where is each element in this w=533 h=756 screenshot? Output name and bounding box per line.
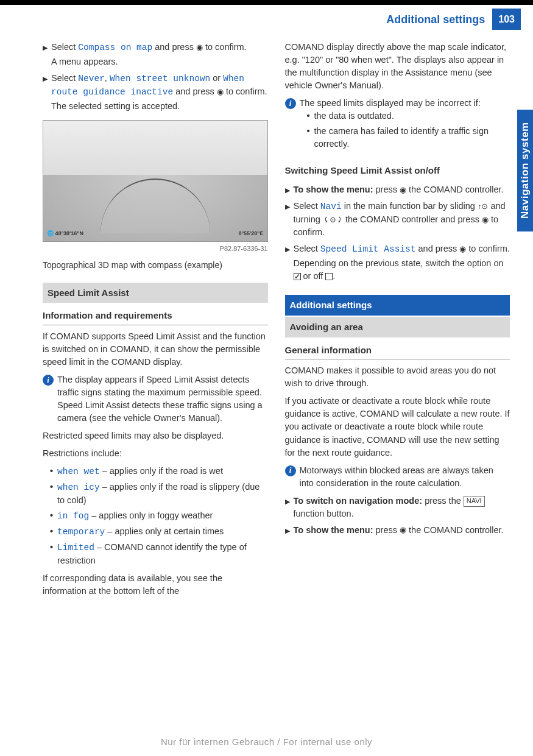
press-icon: ◉ <box>459 244 466 255</box>
step-text: Select Navi in the main function bar by … <box>294 200 510 239</box>
press-icon: ◉ <box>482 214 489 226</box>
list-item: the camera has failed to identify a traf… <box>307 125 510 150</box>
list-item: the data is outdated. <box>307 110 510 122</box>
body-text: COMAND display directly above the map sc… <box>285 41 510 92</box>
right-column: COMAND display directly above the map sc… <box>285 41 510 602</box>
page-number: 103 <box>492 9 521 30</box>
header-title: Additional settings <box>386 12 485 27</box>
step-marker-icon: ▶ <box>285 524 294 538</box>
checkbox-off-icon <box>325 273 333 280</box>
heading-additional-settings: Additional settings <box>285 295 510 316</box>
step-select-sla: ▶ Select Speed Limit Assist and press ◉ … <box>285 242 510 284</box>
press-icon: ◉ <box>217 87 224 98</box>
info-icon: i <box>43 375 54 386</box>
step-result: The selected setting is accepted. <box>51 100 268 113</box>
side-tab: Navigation system <box>517 110 533 231</box>
step-select-frequency: ▶ Select Never, When street unknown or W… <box>43 72 268 114</box>
step-result: Depending on the previous state, switch … <box>294 257 510 283</box>
fig-coord-right: 8°55'28"E <box>238 230 263 238</box>
info-note: i The display appears if Speed Limit Ass… <box>43 373 268 425</box>
body-text: If corresponding data is available, you … <box>43 572 268 598</box>
step-text: To show the menu: press ◉ the COMAND con… <box>294 183 510 196</box>
step-text: To show the menu: press ◉ the COMAND con… <box>294 524 510 537</box>
ui-limited: Limited <box>57 543 94 553</box>
list-item: when wet – applies only if the road is w… <box>50 465 268 478</box>
info-text: The display appears if Speed Limit Assis… <box>57 373 268 425</box>
step-marker-icon: ▶ <box>43 41 51 69</box>
press-icon: ◉ <box>196 42 203 54</box>
press-icon: ◉ <box>400 525 406 536</box>
list-item: temporary – applies only at certain time… <box>50 525 268 539</box>
body-text: Restrictions include: <box>43 447 268 460</box>
figure-id: P82.87-6336-31 <box>43 244 268 254</box>
heading-info-requirements: Information and requirements <box>43 309 268 325</box>
ui-when-street-unknown: When street unknown <box>110 74 210 83</box>
ui-speed-limit-assist: Speed Limit Assist <box>320 244 416 254</box>
heading-general-info: General information <box>285 344 510 360</box>
step-marker-icon: ▶ <box>285 495 294 521</box>
ui-when-wet: when wet <box>57 467 100 476</box>
step-compass-on-map: ▶ Select Compass on map and press ◉ to c… <box>43 41 268 69</box>
step-show-menu-2: ▶ To show the menu: press ◉ the COMAND c… <box>285 524 510 538</box>
info-icon: i <box>285 98 296 109</box>
body-text: COMAND makes it possible to avoid areas … <box>285 364 510 390</box>
step-text: To switch on navigation mode: press the … <box>294 495 510 520</box>
left-column: ▶ Select Compass on map and press ◉ to c… <box>43 41 268 602</box>
list-item: when icy – applies only if the road is s… <box>50 481 268 507</box>
step-select-navi: ▶ Select Navi in the main function bar b… <box>285 200 510 240</box>
step-text: Select Speed Limit Assist and press ◉ to… <box>294 242 510 256</box>
content: ▶ Select Compass on map and press ◉ to c… <box>0 35 533 602</box>
figure-3d-map: 🌐 48°38'16"N 8°55'28"E P82.87-6336-31 <box>43 120 268 254</box>
info-text: The speed limits displayed may be incorr… <box>300 97 510 110</box>
info-reasons-list: the data is outdated. the camera has fai… <box>300 110 510 150</box>
body-text: Restricted speed limits may also be disp… <box>43 429 268 442</box>
turn-icon: ⤹⊙⤸ <box>323 214 343 226</box>
heading-avoiding-area: Avoiding an area <box>285 317 510 337</box>
step-marker-icon: ▶ <box>285 242 294 284</box>
figure-image: 🌐 48°38'16"N 8°55'28"E <box>43 120 268 242</box>
list-item: in fog – applies only in foggy weather <box>50 509 268 523</box>
ui-in-fog: in fog <box>57 511 89 521</box>
body-text: If COMAND supports Speed Limit Assist an… <box>43 330 268 369</box>
ui-when-icy: when icy <box>57 482 100 492</box>
fig-coord-left: 🌐 48°38'16"N <box>47 230 83 238</box>
ui-compass-on-map: Compass on map <box>78 43 152 52</box>
heading-speed-limit-assist: Speed Limit Assist <box>43 283 268 303</box>
step-text: Select Never, When street unknown or Whe… <box>51 72 268 99</box>
top-black-bar <box>0 0 533 5</box>
page-header: Additional settings 103 <box>0 5 533 35</box>
ui-never: Never <box>78 74 105 83</box>
ui-temporary: temporary <box>57 527 105 537</box>
restrictions-list: when wet – applies only if the road is w… <box>43 465 268 567</box>
info-note: i Motorways within blocked areas are alw… <box>285 464 510 490</box>
step-marker-icon: ▶ <box>285 200 294 240</box>
step-show-menu: ▶ To show the menu: press ◉ the COMAND c… <box>285 183 510 197</box>
info-icon: i <box>285 465 296 476</box>
press-icon: ◉ <box>400 185 406 196</box>
ui-navi: Navi <box>320 202 342 211</box>
slide-up-icon: ↑⊙ <box>478 201 489 213</box>
info-text: Motorways within blocked areas are alway… <box>300 464 510 490</box>
step-switch-nav-mode: ▶ To switch on navigation mode: press th… <box>285 495 510 521</box>
step-text: Select Compass on map and press ◉ to con… <box>51 41 268 54</box>
list-item: Limited – COMAND cannot identify the typ… <box>50 541 268 567</box>
step-marker-icon: ▶ <box>285 183 294 197</box>
heading-switching-sla: Switching Speed Limit Assist on/off <box>285 164 510 177</box>
body-text: If you activate or deactivate a route bl… <box>285 395 510 459</box>
step-result: A menu appears. <box>51 55 268 68</box>
navi-button-icon: NAVI <box>464 496 485 507</box>
step-marker-icon: ▶ <box>43 72 51 114</box>
figure-caption: Topographical 3D map with compass (examp… <box>43 259 268 271</box>
footer-watermark: Nur für internen Gebrauch / For internal… <box>0 735 533 749</box>
info-note: i The speed limits displayed may be inco… <box>285 97 510 155</box>
checkbox-on-icon <box>294 273 301 280</box>
